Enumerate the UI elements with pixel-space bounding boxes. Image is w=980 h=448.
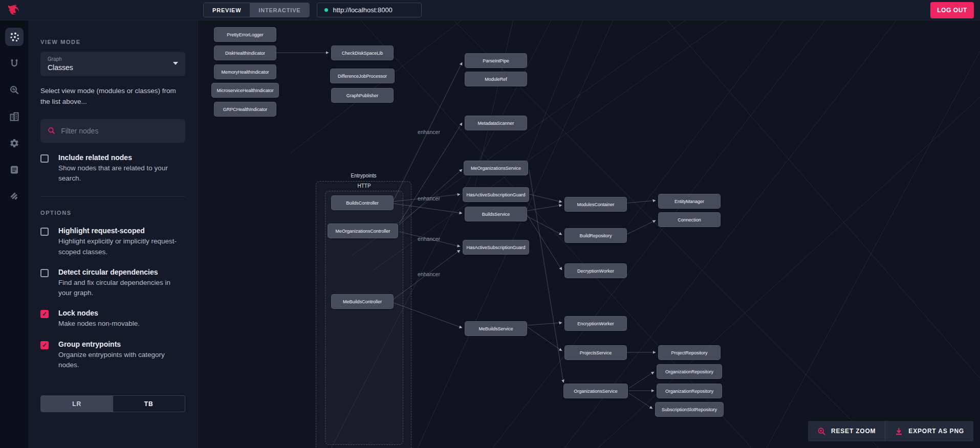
checkbox-group-entrypoints[interactable]: ✓ <box>40 341 49 349</box>
graph-node-entitymanager[interactable]: EntityManager <box>658 194 721 209</box>
edge-label-enhancer: enhancer <box>418 236 440 242</box>
graph-node-memoryhealthindicator[interactable]: MemoryHealthIndicator <box>214 64 276 79</box>
settings-panel: VIEW MODE Graph Classes Select view mode… <box>28 20 198 448</box>
option-title: Group entrypoints <box>58 340 185 348</box>
graph-node-organizationrepository[interactable]: OrganizationRepository <box>657 384 722 398</box>
graph-node-mebuildscontroller[interactable]: MeBuildsController <box>331 294 394 309</box>
option-text: Detect circular dependenciesFind and fix… <box>58 268 185 299</box>
nestjs-logo-icon <box>0 3 28 18</box>
reset-zoom-button[interactable]: RESET ZOOM <box>808 421 885 441</box>
edge-label-enhancer: enhancer <box>418 129 440 135</box>
option-text: Lock nodesMake nodes non-movable. <box>58 309 140 329</box>
server-url-field[interactable] <box>317 3 422 17</box>
graph-node-metadatascanner[interactable]: MetadataScanner <box>465 116 527 130</box>
checkbox-include-related-nodes[interactable] <box>40 154 49 163</box>
option-text: Highlight request-scopedHighlight explic… <box>58 227 185 257</box>
graph-select[interactable]: Graph Classes <box>40 52 185 76</box>
routes-icon <box>9 58 19 69</box>
devtools-app: PREVIEW INTERACTIVE LOG OUT <box>0 0 980 448</box>
export-png-button[interactable]: EXPORT AS PNG <box>885 421 973 441</box>
checkbox-lock-nodes[interactable]: ✓ <box>40 310 49 318</box>
graph-node-decryptionworker[interactable]: DecryptionWorker <box>564 263 627 278</box>
graph-node-grpchealthindicator[interactable]: GRPCHealthIndicator <box>214 102 276 117</box>
layout-tb-button[interactable]: TB <box>113 396 185 412</box>
graph-node-encryptionworker[interactable]: EncryptionWorker <box>564 316 627 331</box>
graph-node-buildscontroller[interactable]: BuildsController <box>331 195 394 210</box>
edge-label-enhancer: enhancer <box>418 271 440 277</box>
graph-node-buildsservice[interactable]: BuildsService <box>465 207 527 221</box>
graph-node-projectsservice[interactable]: ProjectsService <box>564 345 627 360</box>
option-title: Lock nodes <box>58 309 140 317</box>
graph-node-subscriptionslotrepository[interactable]: SubscriptionSlotRepository <box>655 402 724 417</box>
inspector-icon <box>9 85 19 95</box>
zoom-reset-icon <box>817 427 826 436</box>
graph-node-moduleref[interactable]: ModuleRef <box>465 72 527 86</box>
settings-icon <box>9 138 19 148</box>
option-description: Show nodes that are related to your sear… <box>58 163 185 184</box>
rail-item-routes[interactable] <box>5 54 24 73</box>
graph-node-buildrepository[interactable]: BuildRepository <box>564 228 627 243</box>
option-highlight-request-scoped: Highlight request-scopedHighlight explic… <box>40 227 185 257</box>
top-bar: PREVIEW INTERACTIVE LOG OUT <box>0 0 980 20</box>
graph-canvas[interactable]: RESET ZOOM EXPORT AS PNG EntrypointsHTTP… <box>198 20 980 448</box>
option-lock-nodes: ✓Lock nodesMake nodes non-movable. <box>40 309 185 329</box>
include-related-option: Include related nodesShow nodes that are… <box>40 143 185 184</box>
graph-node-projectrepository[interactable]: ProjectRepository <box>658 345 721 360</box>
graph-node-checkdiskspacelib[interactable]: CheckDiskSpaceLib <box>331 46 394 60</box>
graph-select-label: Graph <box>48 56 178 62</box>
graph-node-differencejobprocessor[interactable]: DifferenceJobProcessor <box>330 69 395 83</box>
graph-node-microservicehealthindicator[interactable]: MicroserviceHealthIndicator <box>211 83 279 98</box>
logout-button[interactable]: LOG OUT <box>930 2 974 18</box>
option-title: Include related nodes <box>58 153 185 162</box>
rail-item-docs[interactable] <box>5 161 24 179</box>
graph-view-icon <box>9 32 19 42</box>
graph-node-hasactivesubscriptionguard[interactable]: HasActiveSubscriptionGuard <box>463 240 529 255</box>
rail-item-settings[interactable] <box>5 134 24 152</box>
filter-nodes-field[interactable] <box>40 119 185 143</box>
rail-item-inspector[interactable] <box>5 81 24 99</box>
checkbox-detect-circular-dependencies[interactable] <box>40 269 49 277</box>
reset-zoom-label: RESET ZOOM <box>831 428 876 435</box>
graph-node-connection[interactable]: Connection <box>658 212 721 227</box>
filter-nodes-input[interactable] <box>61 127 178 135</box>
graph-node-hasactivesubscriptionguard[interactable]: HasActiveSubscriptionGuard <box>463 187 529 202</box>
option-description: Organize entrypoints with category nodes… <box>58 350 185 371</box>
preview-button[interactable]: PREVIEW <box>204 3 250 17</box>
panel-divider <box>40 196 185 197</box>
docs-icon <box>9 165 19 175</box>
edge-label-enhancer: enhancer <box>418 195 440 201</box>
graph-node-mebuildsservice[interactable]: MeBuildsService <box>465 321 527 336</box>
option-text: Group entrypointsOrganize entrypoints wi… <box>58 340 185 371</box>
icon-rail <box>0 20 28 448</box>
graph-node-meorganizationscontroller[interactable]: MeOrganizationsController <box>328 223 398 238</box>
download-icon <box>895 427 903 436</box>
option-description: Find and fix circular dependencies in yo… <box>58 278 185 299</box>
layout-lr-button[interactable]: LR <box>41 396 113 412</box>
graph-node-organizationsservice[interactable]: OrganizationsService <box>563 384 628 398</box>
canvas-controls: RESET ZOOM EXPORT AS PNG <box>808 421 973 441</box>
graph-node-meorganizationsservice[interactable]: MeOrganizationsService <box>464 161 528 175</box>
rail-item-modules[interactable] <box>5 107 24 126</box>
group-label-http: HTTP <box>357 183 371 189</box>
graph-node-organizationrepository[interactable]: OrganizationRepository <box>657 364 722 379</box>
interactive-button[interactable]: INTERACTIVE <box>250 3 309 17</box>
graph-node-prettyerrorlogger[interactable]: PrettyErrorLogger <box>214 27 276 42</box>
graph-node-diskhealthindicator[interactable]: DiskHealthIndicator <box>214 46 276 60</box>
graph-node-graphpublisher[interactable]: GraphPublisher <box>331 88 394 103</box>
option-description: Make nodes non-movable. <box>58 319 140 329</box>
graph-node-modulescontainer[interactable]: ModulesContainer <box>564 197 627 212</box>
graph-node-parseintpipe[interactable]: ParseIntPipe <box>465 53 527 68</box>
rail-item-graph-view[interactable] <box>5 28 24 46</box>
search-icon <box>48 126 55 135</box>
export-png-label: EXPORT AS PNG <box>908 428 964 435</box>
server-url-input[interactable] <box>333 6 414 14</box>
option-title: Detect circular dependencies <box>58 268 185 276</box>
audit-icon <box>9 191 19 201</box>
options-list: Highlight request-scopedHighlight explic… <box>40 216 185 370</box>
layout-direction-toggle: LR TB <box>40 395 185 412</box>
checkbox-highlight-request-scoped[interactable] <box>40 228 49 236</box>
options-header: OPTIONS <box>40 210 185 216</box>
rail-item-audit[interactable] <box>5 187 24 206</box>
group-label-entrypoints: Entrypoints <box>351 173 376 178</box>
option-include-related-nodes: Include related nodesShow nodes that are… <box>40 153 185 184</box>
